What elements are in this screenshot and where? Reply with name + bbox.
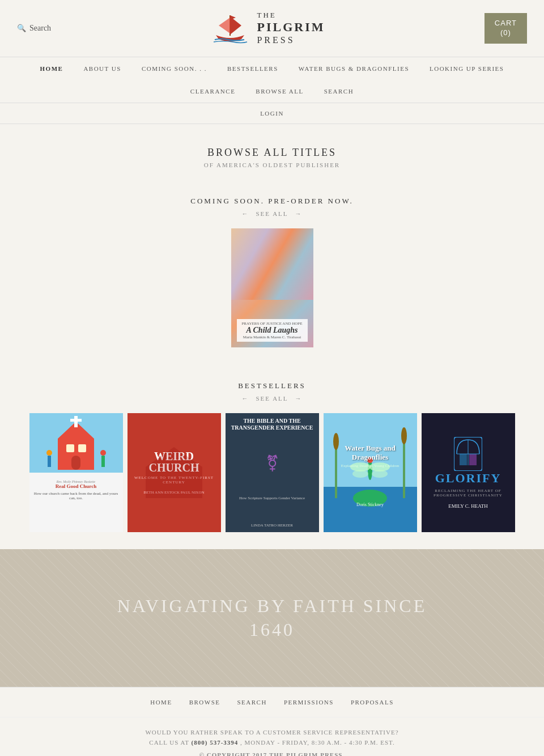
nav-coming-soon[interactable]: COMING SOON. . . [131,57,217,80]
svg-rect-28 [469,454,477,465]
bestsellers-see-all[interactable]: SEE ALL [256,395,288,402]
coming-soon-prev[interactable]: ← [241,210,249,217]
nav-bestsellers[interactable]: BESTSELLERS [217,57,288,80]
search-label: Search [29,24,51,33]
coming-soon-next[interactable]: → [295,210,303,217]
book-water-bugs[interactable]: Water Bugs and Dragonflies Explaining De… [324,413,417,532]
coming-soon-see-all[interactable]: SEE ALL [256,210,288,217]
logo-the: THE [257,11,276,20]
svg-marker-12 [146,447,202,498]
svg-rect-11 [101,456,105,467]
header: 🔍 Search THE PILGRIM [0,0,544,57]
footer-nav: HOME BROWSE SEARCH PERMISSIONS PROPOSALS [0,687,544,717]
logo-pilgrim: PILGRIM [257,20,325,35]
bestsellers-nav: ← SEE ALL → [11,395,533,402]
cart-button[interactable]: CART (0) [484,13,527,44]
footer-nav-permissions[interactable]: PERMISSIONS [284,699,334,706]
svg-rect-5 [71,456,80,470]
search-trigger[interactable]: 🔍 Search [17,24,51,33]
nav-about-us[interactable]: ABOUT US [73,57,131,80]
svg-rect-6 [66,444,74,452]
svg-point-8 [46,450,52,456]
bestsellers-prev[interactable]: ← [241,395,249,402]
coming-soon-section: COMING SOON. PRE-ORDER NOW. ← SEE ALL → … [0,180,544,364]
a-child-laughs-cover: PRAYERS OF JUSTICE AND HOPE A Child Laug… [231,228,313,347]
footer-nav-proposals[interactable]: PROPOSALS [351,699,394,706]
nav-clearance[interactable]: CLEARANCE [180,80,246,103]
footer-info: WOULD YOU RATHER SPEAK TO A CUSTOMER SER… [0,717,544,756]
search-icon: 🔍 [17,24,26,33]
bestsellers-section: BESTSELLERS ← SEE ALL → [0,364,544,549]
svg-rect-27 [460,454,467,465]
nav-water-bugs[interactable]: WATER BUGS & DRAGONFLIES [288,57,419,80]
nav-looking-up-series[interactable]: LOOKING UP SERIES [419,57,514,80]
hero-subtitle: OF AMERICA'S OLDEST PUBLISHER [11,162,533,168]
footer-nav-browse[interactable]: BROWSE [189,699,220,706]
nav-second-row: LOGIN [0,103,544,124]
bestsellers-grid: Rev. Molly Phinney Baskette Real Good Ch… [11,413,533,532]
book-real-good-church[interactable]: Rev. Molly Phinney Baskette Real Good Ch… [29,413,123,532]
faith-line2: 1640 [11,618,533,642]
book-glorify[interactable]: GLORIFY RECLAIMING THE HEART OF PROGRESS… [422,413,515,532]
book-bible-transgender[interactable]: THE BIBLE AND THE TRANSGENDER EXPERIENCE… [226,413,319,532]
hero-section: BROWSE ALL TITLES OF AMERICA'S OLDEST PU… [0,124,544,180]
main-nav: HOME ABOUT US COMING SOON. . . BESTSELLE… [0,57,544,103]
bestsellers-next[interactable]: → [295,395,303,402]
footer-copyright: © COPYRIGHT 2017 THE PILGRIM PRESS. [11,751,533,756]
footer-phone: (800) 537-3394 [192,739,239,746]
nav-home[interactable]: HOME [30,57,74,80]
svg-rect-9 [48,456,51,467]
logo-ship-icon [210,9,250,48]
svg-rect-7 [78,444,86,452]
nav-search[interactable]: SEARCH [314,80,364,103]
hero-title: BROWSE ALL TITLES [11,147,533,159]
logo-press: PRESS [257,35,295,45]
logo[interactable]: THE PILGRIM PRESS [210,9,325,48]
footer-nav-home[interactable]: HOME [150,699,172,706]
bestsellers-title: BESTSELLERS [11,381,533,390]
coming-soon-nav: ← SEE ALL → [11,210,533,217]
coming-soon-book[interactable]: PRAYERS OF JUSTICE AND HOPE A Child Laug… [11,228,533,347]
footer-call: CALL US AT (800) 537-3394 , MONDAY - FRI… [11,739,533,746]
nav-browse-all[interactable]: BROWSE ALL [245,80,313,103]
footer-question: WOULD YOU RATHER SPEAK TO A CUSTOMER SER… [11,729,533,736]
svg-rect-4 [70,419,82,422]
nav-login[interactable]: LOGIN [250,103,294,124]
book-weird-church[interactable]: WEIRD CHURCH WELCOME TO THE TWENTY-FIRST… [128,413,221,532]
footer-nav-search[interactable]: SEARCH [237,699,266,706]
svg-point-10 [100,450,106,456]
faith-banner: NAVIGATING BY FAITH SINCE 1640 [0,549,544,687]
coming-soon-title: COMING SOON. PRE-ORDER NOW. [11,197,533,206]
faith-line1: NAVIGATING BY FAITH SINCE [11,594,533,618]
svg-point-18 [401,427,407,444]
logo-text: THE PILGRIM PRESS [257,11,325,45]
